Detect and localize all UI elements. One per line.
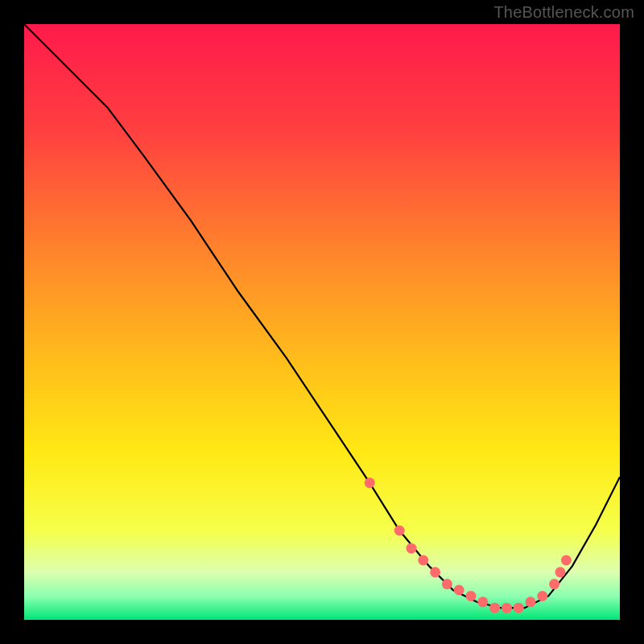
marker-dot [477, 597, 488, 607]
marker-dot [418, 555, 428, 566]
watermark-text: TheBottleneck.com [493, 3, 634, 22]
marker-dot [466, 591, 477, 601]
plot-svg [24, 24, 620, 620]
marker-dot [549, 579, 559, 589]
marker-dot [365, 477, 375, 488]
marker-dot [561, 555, 572, 566]
marker-dot [394, 526, 405, 536]
marker-dot [526, 597, 536, 607]
gradient-background [24, 24, 620, 620]
marker-dot [407, 543, 417, 554]
marker-dot [514, 603, 524, 613]
marker-dot [502, 603, 512, 613]
marker-dot [489, 603, 500, 613]
marker-dot [555, 567, 566, 577]
plot-area [24, 24, 620, 620]
marker-dot [442, 579, 452, 589]
marker-dot [430, 567, 440, 577]
marker-dot [454, 585, 464, 596]
marker-dot [537, 591, 547, 601]
chart-stage: TheBottleneck.com [0, 0, 644, 644]
